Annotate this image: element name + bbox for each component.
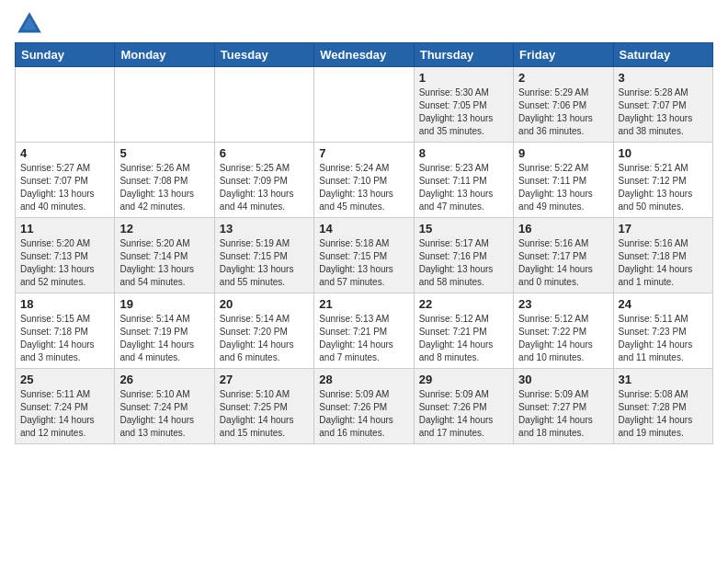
day-number: 17	[619, 222, 708, 236]
calendar-cell: 16Sunrise: 5:16 AM Sunset: 7:17 PM Dayli…	[514, 218, 613, 293]
day-number: 19	[119, 297, 209, 311]
day-number: 29	[419, 373, 508, 386]
day-info: Sunrise: 5:23 AM Sunset: 7:11 PM Dayligh…	[419, 162, 508, 213]
day-number: 9	[518, 146, 608, 160]
calendar-cell	[115, 67, 214, 143]
week-row-1: 1Sunrise: 5:30 AM Sunset: 7:05 PM Daylig…	[16, 67, 713, 143]
day-info: Sunrise: 5:09 AM Sunset: 7:26 PM Dayligh…	[419, 388, 508, 440]
calendar-cell: 9Sunrise: 5:22 AM Sunset: 7:11 PM Daylig…	[514, 143, 613, 218]
day-number: 13	[220, 222, 309, 236]
day-info: Sunrise: 5:11 AM Sunset: 7:23 PM Dayligh…	[619, 313, 708, 364]
calendar-cell: 29Sunrise: 5:09 AM Sunset: 7:26 PM Dayli…	[414, 369, 513, 444]
day-number: 10	[619, 146, 708, 160]
calendar-cell: 10Sunrise: 5:21 AM Sunset: 7:12 PM Dayli…	[613, 143, 712, 218]
day-info: Sunrise: 5:14 AM Sunset: 7:19 PM Dayligh…	[119, 313, 209, 364]
week-row-4: 18Sunrise: 5:15 AM Sunset: 7:18 PM Dayli…	[16, 293, 713, 369]
calendar-cell	[214, 67, 313, 143]
calendar-cell: 15Sunrise: 5:17 AM Sunset: 7:16 PM Dayli…	[414, 218, 513, 293]
day-info: Sunrise: 5:10 AM Sunset: 7:25 PM Dayligh…	[220, 388, 309, 440]
day-number: 11	[20, 222, 109, 236]
day-number: 26	[119, 373, 209, 386]
day-number: 21	[319, 297, 408, 311]
day-number: 27	[220, 373, 309, 386]
day-info: Sunrise: 5:27 AM Sunset: 7:07 PM Dayligh…	[20, 162, 109, 213]
day-info: Sunrise: 5:12 AM Sunset: 7:22 PM Dayligh…	[518, 313, 608, 364]
week-row-3: 11Sunrise: 5:20 AM Sunset: 7:13 PM Dayli…	[16, 218, 713, 293]
day-number: 5	[119, 146, 209, 160]
day-info: Sunrise: 5:17 AM Sunset: 7:16 PM Dayligh…	[419, 237, 508, 289]
day-info: Sunrise: 5:13 AM Sunset: 7:21 PM Dayligh…	[319, 313, 408, 364]
day-info: Sunrise: 5:22 AM Sunset: 7:11 PM Dayligh…	[518, 162, 608, 213]
day-info: Sunrise: 5:11 AM Sunset: 7:24 PM Dayligh…	[20, 388, 109, 440]
calendar-cell: 21Sunrise: 5:13 AM Sunset: 7:21 PM Dayli…	[314, 293, 414, 369]
day-info: Sunrise: 5:09 AM Sunset: 7:27 PM Dayligh…	[518, 388, 608, 440]
day-info: Sunrise: 5:18 AM Sunset: 7:15 PM Dayligh…	[319, 237, 408, 289]
weekday-header-monday: Monday	[115, 43, 214, 67]
day-number: 3	[619, 71, 708, 85]
calendar-cell: 13Sunrise: 5:19 AM Sunset: 7:15 PM Dayli…	[214, 218, 313, 293]
calendar-cell: 3Sunrise: 5:28 AM Sunset: 7:07 PM Daylig…	[613, 67, 712, 143]
day-info: Sunrise: 5:30 AM Sunset: 7:05 PM Dayligh…	[419, 86, 508, 138]
day-number: 23	[518, 297, 608, 311]
calendar-cell: 12Sunrise: 5:20 AM Sunset: 7:14 PM Dayli…	[115, 218, 214, 293]
day-info: Sunrise: 5:19 AM Sunset: 7:15 PM Dayligh…	[220, 237, 309, 289]
calendar-cell: 26Sunrise: 5:10 AM Sunset: 7:24 PM Dayli…	[115, 369, 214, 444]
day-info: Sunrise: 5:24 AM Sunset: 7:10 PM Dayligh…	[319, 162, 408, 213]
calendar-cell: 25Sunrise: 5:11 AM Sunset: 7:24 PM Dayli…	[16, 369, 115, 444]
calendar-cell: 19Sunrise: 5:14 AM Sunset: 7:19 PM Dayli…	[115, 293, 214, 369]
calendar-cell: 5Sunrise: 5:26 AM Sunset: 7:08 PM Daylig…	[115, 143, 214, 218]
week-row-2: 4Sunrise: 5:27 AM Sunset: 7:07 PM Daylig…	[16, 143, 713, 218]
calendar-cell: 6Sunrise: 5:25 AM Sunset: 7:09 PM Daylig…	[214, 143, 313, 218]
day-info: Sunrise: 5:15 AM Sunset: 7:18 PM Dayligh…	[20, 313, 109, 364]
day-number: 24	[619, 297, 708, 311]
calendar-cell: 17Sunrise: 5:16 AM Sunset: 7:18 PM Dayli…	[613, 218, 712, 293]
day-number: 8	[419, 146, 508, 160]
day-info: Sunrise: 5:25 AM Sunset: 7:09 PM Dayligh…	[220, 162, 309, 213]
calendar-cell: 2Sunrise: 5:29 AM Sunset: 7:06 PM Daylig…	[514, 67, 613, 143]
day-info: Sunrise: 5:21 AM Sunset: 7:12 PM Dayligh…	[619, 162, 708, 213]
day-info: Sunrise: 5:20 AM Sunset: 7:13 PM Dayligh…	[20, 237, 109, 289]
day-info: Sunrise: 5:08 AM Sunset: 7:28 PM Dayligh…	[619, 388, 708, 440]
calendar-cell: 22Sunrise: 5:12 AM Sunset: 7:21 PM Dayli…	[414, 293, 513, 369]
day-number: 16	[518, 222, 608, 236]
day-number: 7	[319, 146, 408, 160]
day-number: 18	[20, 297, 109, 311]
day-number: 31	[619, 373, 708, 386]
day-info: Sunrise: 5:16 AM Sunset: 7:17 PM Dayligh…	[518, 237, 608, 289]
calendar-cell: 8Sunrise: 5:23 AM Sunset: 7:11 PM Daylig…	[414, 143, 513, 218]
weekday-header-sunday: Sunday	[16, 43, 115, 67]
day-number: 4	[20, 146, 109, 160]
page: SundayMondayTuesdayWednesdayThursdayFrid…	[0, 0, 728, 459]
day-info: Sunrise: 5:16 AM Sunset: 7:18 PM Dayligh…	[619, 237, 708, 289]
day-info: Sunrise: 5:09 AM Sunset: 7:26 PM Dayligh…	[319, 388, 408, 440]
calendar-cell	[16, 67, 115, 143]
weekday-header-tuesday: Tuesday	[214, 43, 313, 67]
day-number: 12	[119, 222, 209, 236]
day-info: Sunrise: 5:28 AM Sunset: 7:07 PM Dayligh…	[619, 86, 708, 138]
calendar-cell: 18Sunrise: 5:15 AM Sunset: 7:18 PM Dayli…	[16, 293, 115, 369]
week-row-5: 25Sunrise: 5:11 AM Sunset: 7:24 PM Dayli…	[16, 369, 713, 444]
calendar-cell	[314, 67, 414, 143]
weekday-header-row: SundayMondayTuesdayWednesdayThursdayFrid…	[16, 43, 713, 67]
day-info: Sunrise: 5:12 AM Sunset: 7:21 PM Dayligh…	[419, 313, 508, 364]
day-info: Sunrise: 5:10 AM Sunset: 7:24 PM Dayligh…	[119, 388, 209, 440]
day-info: Sunrise: 5:26 AM Sunset: 7:08 PM Dayligh…	[119, 162, 209, 213]
calendar-cell: 14Sunrise: 5:18 AM Sunset: 7:15 PM Dayli…	[314, 218, 414, 293]
calendar-cell: 27Sunrise: 5:10 AM Sunset: 7:25 PM Dayli…	[214, 369, 313, 444]
day-number: 22	[419, 297, 508, 311]
calendar-cell: 11Sunrise: 5:20 AM Sunset: 7:13 PM Dayli…	[16, 218, 115, 293]
day-number: 20	[220, 297, 309, 311]
day-number: 30	[518, 373, 608, 386]
day-number: 25	[20, 373, 109, 386]
calendar-table: SundayMondayTuesdayWednesdayThursdayFrid…	[15, 42, 713, 444]
calendar-cell: 31Sunrise: 5:08 AM Sunset: 7:28 PM Dayli…	[613, 369, 712, 444]
calendar-cell: 28Sunrise: 5:09 AM Sunset: 7:26 PM Dayli…	[314, 369, 414, 444]
day-number: 2	[518, 71, 608, 85]
day-number: 1	[419, 71, 508, 85]
weekday-header-wednesday: Wednesday	[314, 43, 414, 67]
calendar-cell: 1Sunrise: 5:30 AM Sunset: 7:05 PM Daylig…	[414, 67, 513, 143]
day-number: 15	[419, 222, 508, 236]
calendar-cell: 30Sunrise: 5:09 AM Sunset: 7:27 PM Dayli…	[514, 369, 613, 444]
day-info: Sunrise: 5:20 AM Sunset: 7:14 PM Dayligh…	[119, 237, 209, 289]
weekday-header-thursday: Thursday	[414, 43, 513, 67]
